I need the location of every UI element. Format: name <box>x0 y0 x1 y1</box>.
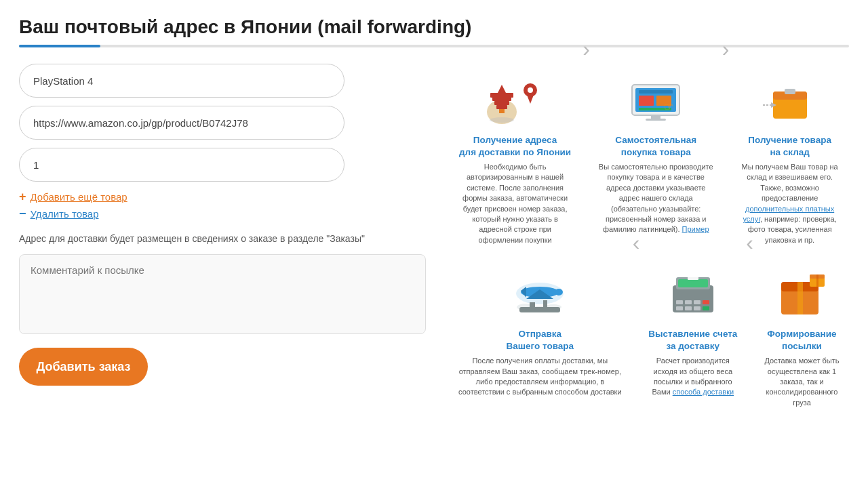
product-url-input[interactable] <box>19 106 344 140</box>
step-title-invoice: Выставление счетаза доставку <box>648 328 737 352</box>
svg-rect-46 <box>694 306 701 310</box>
svg-rect-47 <box>703 306 709 310</box>
svg-rect-36 <box>543 300 547 308</box>
svg-rect-41 <box>685 300 692 304</box>
svg-marker-5 <box>498 85 506 93</box>
svg-rect-13 <box>639 90 673 94</box>
product-name-input[interactable] <box>19 64 344 98</box>
example-link-1[interactable]: Пример <box>682 225 709 233</box>
svg-point-7 <box>490 117 514 123</box>
step-get-address: Получение адресадля доставки по Японии Н… <box>449 64 581 251</box>
add-order-button[interactable]: Добавить заказ <box>19 348 148 386</box>
step-title-self-purchase: Самостоятельнаяпокупка товара <box>615 134 696 158</box>
page-title: Ваш почтовый адрес в Японии (mail forwar… <box>19 16 849 38</box>
step-desc-get-address: Необходимо быть авторизированным в нашей… <box>456 162 574 245</box>
svg-rect-2 <box>494 101 509 105</box>
step-icon-invoice <box>656 263 730 324</box>
step-title-send-goods: ОтправкаВашего товара <box>507 328 574 352</box>
svg-rect-23 <box>785 89 795 94</box>
step-send-goods: ОтправкаВашего товара После получения оп… <box>449 258 631 403</box>
svg-rect-42 <box>694 300 701 304</box>
arrow-2-3: › <box>721 37 731 62</box>
svg-rect-35 <box>530 302 535 308</box>
delivery-method-link[interactable]: способа доставки <box>673 388 734 396</box>
step-invoice: Выставление счетаза доставку Расчет прои… <box>641 258 745 403</box>
step-icon-receive-warehouse <box>753 69 827 130</box>
left-panel: + Добавить ещё товар − Удалить товар Адр… <box>19 64 426 474</box>
add-item-row: + Добавить ещё товар <box>19 190 426 204</box>
svg-rect-1 <box>496 105 507 109</box>
steps-row-2: ОтправкаВашего товара После получения оп… <box>449 258 849 413</box>
svg-rect-6 <box>499 109 505 113</box>
svg-rect-43 <box>703 300 709 304</box>
right-panel: Получение адресадля доставки по Японии Н… <box>442 64 849 474</box>
svg-rect-48 <box>688 274 698 280</box>
svg-marker-9 <box>526 92 535 104</box>
svg-rect-39 <box>678 279 708 287</box>
svg-point-30 <box>555 289 563 296</box>
step-parcel-form: Формированиепосылки Доставка может быть … <box>755 258 849 413</box>
svg-rect-40 <box>676 300 683 304</box>
svg-rect-14 <box>639 96 654 106</box>
add-item-link[interactable]: Добавить ещё товар <box>31 191 127 203</box>
comment-textarea[interactable] <box>19 254 426 334</box>
step-title-receive-warehouse: Получение товарана склад <box>748 134 831 158</box>
links-row: + Добавить ещё товар − Удалить товар <box>19 190 426 221</box>
remove-item-link[interactable]: Удалить товар <box>31 208 99 220</box>
svg-rect-4 <box>490 93 513 98</box>
step-icon-send-goods <box>502 263 577 324</box>
main-content: + Добавить ещё товар − Удалить товар Адр… <box>19 64 849 474</box>
svg-point-10 <box>528 87 533 93</box>
minus-icon: − <box>19 207 26 221</box>
remove-item-row: − Удалить товар <box>19 207 426 221</box>
step-desc-invoice: Расчет производится исходя из общего вес… <box>648 356 738 398</box>
step-icon-get-address <box>478 69 553 130</box>
step-receive-warehouse: Получение товарана склад Мы получаем Ваш… <box>730 64 849 251</box>
arrow-5-4: ‹ <box>631 230 642 256</box>
steps-row-1: Получение адресадля доставки по Японии Н… <box>449 64 849 251</box>
arrow-6-5: ‹ <box>745 230 755 256</box>
svg-rect-51 <box>797 282 803 314</box>
svg-rect-34 <box>519 307 560 312</box>
step-desc-self-purchase: Вы самостоятельно производите покупку то… <box>598 162 714 235</box>
svg-rect-44 <box>676 306 683 310</box>
step-desc-parcel-form: Доставка может быть осуществлена как 1 з… <box>762 356 842 408</box>
step-title-parcel-form: Формированиепосылки <box>767 328 836 352</box>
progress-bar-fill <box>19 45 100 47</box>
svg-rect-17 <box>651 115 660 119</box>
svg-rect-54 <box>816 274 818 287</box>
step-title-get-address: Получение адресадля доставки по Японии <box>459 134 571 158</box>
extra-services-link[interactable]: дополнительных платных услуг <box>743 205 834 223</box>
svg-rect-18 <box>646 119 666 121</box>
address-info-text: Адрес для доставки будет размещен в свед… <box>19 232 426 246</box>
plus-icon: + <box>19 190 26 204</box>
step-icon-self-purchase: ☞ <box>618 69 693 130</box>
step-icon-parcel-form <box>764 263 839 324</box>
step-desc-send-goods: После получения оплаты доставки, мы отпр… <box>456 356 625 398</box>
svg-text:☞: ☞ <box>664 101 673 113</box>
step-self-purchase: ☞ Самостоятельнаяпокупка товара Вы самос… <box>591 64 721 241</box>
arrow-1-2: › <box>581 37 591 62</box>
product-quantity-input[interactable] <box>19 148 344 182</box>
svg-rect-45 <box>685 306 692 310</box>
page-container: Ваш почтовый адрес в Японии (mail forwar… <box>0 0 868 488</box>
